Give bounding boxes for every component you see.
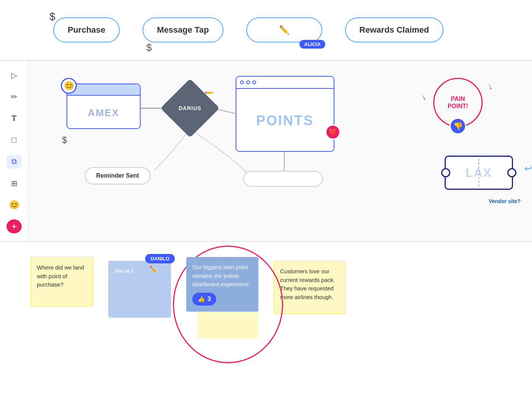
ticket-dashed-line (478, 159, 479, 187)
reminder-sent-pill[interactable]: Reminder Sent (85, 167, 150, 184)
vendor-site-label: Vendor site? (489, 198, 521, 204)
image-tool-icon[interactable]: ⊞ (6, 176, 22, 190)
main-canvas[interactable]: AMEX 😊 $ DARIUS ✏️ POINTS ❤️ Reminder Se (28, 61, 532, 241)
message-tap-button[interactable]: Message Tap (142, 17, 223, 43)
points-label: POINTS (256, 113, 314, 129)
pencil-tool-icon[interactable]: ✏ (6, 90, 22, 104)
lax-ticket[interactable]: LAX (445, 156, 513, 190)
pain-point-group: ↑ ↓ PAINPOINT! 👎 (433, 78, 483, 127)
danilo-badge: DANILO (145, 254, 175, 263)
pain-circle-group: Our biggest pain point remains the point… (186, 257, 258, 338)
shape-tool-icon[interactable]: □ (6, 133, 22, 147)
amex-card-header (67, 84, 140, 96)
browser-dot-1 (240, 80, 244, 84)
user-emoji-avatar: 😊 (61, 78, 77, 94)
pain-arrow-right: ↓ (486, 81, 494, 92)
browser-dot-2 (246, 80, 250, 84)
pencil-icon-top: ✏️ (279, 25, 289, 35)
emoji-tool-icon[interactable]: 😊 (6, 198, 22, 212)
pain-arrow-left: ↑ (420, 93, 428, 103)
sticky-note-1-text: Where did we land with point of purchase… (37, 264, 84, 288)
lax-ticket-container: LAX Vendor site? ↩ (445, 156, 521, 194)
thumbsup-badge: 👍 3 (192, 293, 252, 306)
add-tool-icon[interactable]: + (6, 219, 22, 233)
alicia-badge: ALICIA (299, 40, 325, 49)
amex-label: AMEX (88, 107, 119, 119)
dollar-amex-icon: $ (62, 135, 67, 145)
pain-point-circle: PAINPOINT! 👎 (433, 78, 483, 127)
thumbsdown-badge: 👎 (450, 118, 466, 134)
browser-dot-3 (252, 80, 256, 84)
dollar-icon-1: $ (49, 11, 55, 23)
browser-header (236, 77, 334, 89)
sticky-note-5-text: Customers love our current rewards pack.… (280, 268, 335, 300)
left-sidebar: ▷ ✏ T □ ⧉ ⊞ 😊 + (0, 61, 28, 241)
browser-body: POINTS (236, 89, 334, 153)
points-browser[interactable]: POINTS ❤️ (236, 76, 334, 152)
amex-card-body: AMEX (67, 96, 140, 129)
darius-diamond[interactable]: DARIUS ✏️ (165, 87, 215, 129)
sticky-note-3[interactable]: Our biggest pain point remains the point… (186, 257, 258, 312)
pain-notes-stack: Our biggest pain point remains the point… (186, 257, 258, 338)
thumbsup-icon: 👍 (198, 295, 205, 304)
flow-diagram: AMEX 😊 $ DARIUS ✏️ POINTS ❤️ Reminder Se (28, 61, 532, 241)
pencil-note-2-icon: ✏️ (149, 265, 158, 275)
dollar-icon-2: $ (146, 42, 152, 54)
thumbsup-count: 3 (207, 295, 211, 304)
cursor-icon[interactable]: ▷ (6, 68, 22, 82)
top-toolbar: $ Purchase $ Message Tap ✏️ ALICIA Rewar… (0, 0, 532, 61)
amex-card[interactable]: AMEX (66, 84, 141, 129)
text-tool-icon[interactable]: T (6, 112, 22, 126)
diamond-shape: DARIUS (160, 79, 220, 138)
sticky-note-5[interactable]: Customers love our current rewards pack.… (274, 261, 346, 314)
sticky-note-2-text: We've f (114, 268, 133, 274)
darius-label: DARIUS (179, 105, 201, 111)
pain-point-label: PAINPOINT! (448, 95, 468, 110)
bottom-sticky-notes-area: Where did we land with point of purchase… (0, 241, 532, 405)
frame-tool-icon[interactable]: ⧉ (6, 155, 22, 169)
sticky-note-3-text: Our biggest pain point remains the point… (192, 264, 249, 287)
sticky-note-2[interactable]: ✏️ We've f (108, 261, 171, 318)
ticket-notch-left (441, 168, 450, 177)
ticket-notch-right (507, 168, 516, 177)
thumbsup-count-badge: 👍 3 (192, 293, 216, 306)
unnamed-pill-button[interactable]: ✏️ ALICIA (246, 17, 322, 43)
note-2-wrapper: ✏️ We've f DANILO (108, 261, 171, 318)
rewards-claimed-button[interactable]: Rewards Claimed (345, 17, 443, 43)
purchase-button[interactable]: Purchase (53, 17, 120, 43)
heart-reaction-badge: ❤️ (325, 124, 340, 140)
empty-action-pill[interactable] (243, 171, 323, 187)
vendor-arrow-icon: ↩ (524, 163, 532, 174)
sticky-note-1[interactable]: Where did we land with point of purchase… (30, 257, 93, 306)
